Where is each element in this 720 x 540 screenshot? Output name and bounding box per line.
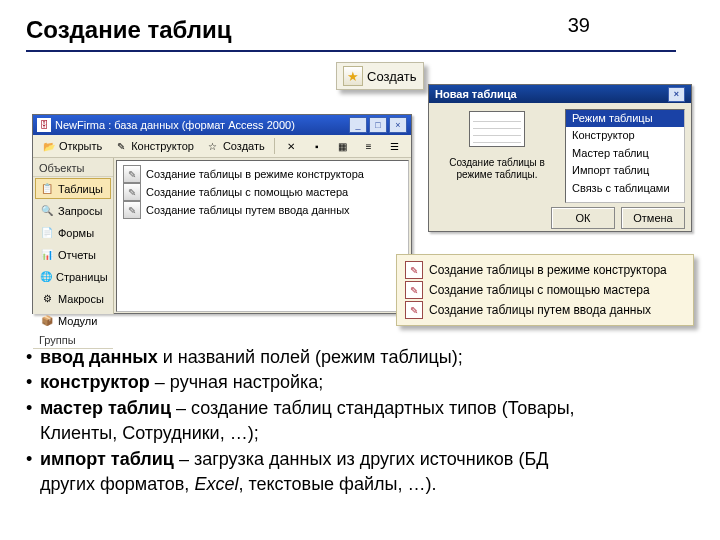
forms-icon: 📄 [40,226,54,240]
highlight-item[interactable]: ✎ Создание таблицы с помощью мастера [405,280,685,300]
list-icon: ≡ [362,139,376,153]
dialog-title-text: Новая таблица [435,88,517,100]
bullet-continuation: Клиенты, Сотрудники, …); [26,422,680,445]
sidebar-item-label: Модули [58,315,97,327]
access-app-icon: 🗄 [37,118,51,132]
list-item-label: Создание таблицы путем ввода данных [146,204,350,216]
toolbar-open-button[interactable]: 📂 Открыть [37,136,107,156]
queries-icon: 🔍 [40,204,54,218]
dialog-caption: Создание таблицы в режиме таблицы. [435,157,559,181]
toolbar-view-details-button[interactable]: ☰ [383,136,407,156]
wizard-icon: ✎ [123,183,141,201]
sidebar-item-macros[interactable]: ⚙ Макросы [35,288,111,309]
list-item-label: Создание таблицы в режиме конструктора [146,168,364,180]
highlight-item[interactable]: ✎ Создание таблицы путем ввода данных [405,300,685,320]
modules-icon: 📦 [40,314,54,328]
highlight-item-label: Создание таблицы путем ввода данных [429,303,651,317]
sidebar-item-modules[interactable]: 📦 Модули [35,310,111,331]
details-icon: ☰ [388,139,402,153]
new-star-icon: ★ [343,66,363,86]
db-sidebar: Объекты 📋 Таблицы 🔍 Запросы 📄 Формы 📊 От… [33,158,114,314]
option-datasheet-mode[interactable]: Режим таблицы [566,110,684,127]
option-link[interactable]: Связь с таблицами [566,180,684,197]
db-object-list: ✎ Создание таблицы в режиме конструктора… [116,160,409,312]
highlight-panel: ✎ Создание таблицы в режиме конструктора… [396,254,694,326]
db-title-text: NewFirma : база данных (формат Access 20… [55,119,295,131]
list-item[interactable]: ✎ Создание таблицы с помощью мастера [121,183,404,201]
table-preview-icon [469,111,525,147]
bullet-item: ввод данных и названий полей (режим табл… [26,346,680,369]
dialog-titlebar: Новая таблица × [429,85,691,103]
wizard-icon: ✎ [405,261,423,279]
toolbar-create-button[interactable]: ☆ Создать [201,136,270,156]
option-import[interactable]: Импорт таблиц [566,162,684,179]
toolbar-view-small-button[interactable]: ▪ [305,136,329,156]
small-icons-icon: ▪ [310,139,324,153]
page-number: 39 [568,14,590,37]
open-icon: 📂 [42,139,56,153]
new-table-dialog: Новая таблица × Создание таблицы в режим… [428,84,692,232]
maximize-icon[interactable]: □ [369,117,387,133]
bullet-list: ввод данных и названий полей (режим табл… [26,346,680,498]
highlight-item-label: Создание таблицы с помощью мастера [429,283,650,297]
macros-icon: ⚙ [40,292,54,306]
highlight-item-label: Создание таблицы в режиме конструктора [429,263,667,277]
toolbar-open-label: Открыть [59,140,102,152]
wizard-icon: ✎ [123,165,141,183]
sidebar-item-label: Запросы [58,205,102,217]
wizard-icon: ✎ [123,201,141,219]
title-divider [26,50,676,52]
dialog-preview-pane: Создание таблицы в режиме таблицы. [429,103,565,203]
toolbar-create-label: Создать [223,140,265,152]
close-icon[interactable]: × [668,87,685,102]
pages-icon: 🌐 [40,270,52,284]
toolbar-view-list-button[interactable]: ≡ [357,136,381,156]
minimize-icon[interactable]: _ [349,117,367,133]
sidebar-item-label: Страницы [56,271,108,283]
sidebar-item-label: Отчеты [58,249,96,261]
bullet-item: конструктор – ручная настройка; [26,371,680,394]
toolbar-separator [274,138,275,154]
bullet-continuation: других форматов, Excel, текстовые файлы,… [26,473,680,496]
toolbar-delete-button[interactable]: ✕ [279,136,303,156]
sidebar-item-label: Формы [58,227,94,239]
tables-icon: 📋 [40,182,54,196]
sidebar-item-tables[interactable]: 📋 Таблицы [35,178,111,199]
close-icon[interactable]: × [389,117,407,133]
sidebar-item-reports[interactable]: 📊 Отчеты [35,244,111,265]
reports-icon: 📊 [40,248,54,262]
cancel-button[interactable]: Отмена [621,207,685,229]
list-item-label: Создание таблицы с помощью мастера [146,186,348,198]
bullet-item: мастер таблиц – создание таблиц стандарт… [26,397,680,420]
dialog-options-list: Режим таблицы Конструктор Мастер таблиц … [565,109,685,203]
new-icon: ☆ [206,139,220,153]
list-item[interactable]: ✎ Создание таблицы в режиме конструктора [121,165,404,183]
create-button[interactable]: ★ Создать [336,62,424,90]
ok-button[interactable]: ОК [551,207,615,229]
large-icons-icon: ▦ [336,139,350,153]
delete-icon: ✕ [284,139,298,153]
option-designer[interactable]: Конструктор [566,127,684,144]
toolbar-design-label: Конструктор [131,140,194,152]
wizard-icon: ✎ [405,301,423,319]
toolbar-view-large-button[interactable]: ▦ [331,136,355,156]
design-icon: ✎ [114,139,128,153]
page-title: Создание таблиц [26,16,232,44]
database-window: 🗄 NewFirma : база данных (формат Access … [32,114,412,314]
list-item[interactable]: ✎ Создание таблицы путем ввода данных [121,201,404,219]
sidebar-item-pages[interactable]: 🌐 Страницы [35,266,111,287]
highlight-item[interactable]: ✎ Создание таблицы в режиме конструктора [405,260,685,280]
wizard-icon: ✎ [405,281,423,299]
sidebar-item-label: Таблицы [58,183,103,195]
create-button-label: Создать [367,69,416,84]
option-wizard[interactable]: Мастер таблиц [566,145,684,162]
db-toolbar: 📂 Открыть ✎ Конструктор ☆ Создать ✕ ▪ ▦ … [33,135,411,158]
db-titlebar: 🗄 NewFirma : база данных (формат Access … [33,115,411,135]
sidebar-item-forms[interactable]: 📄 Формы [35,222,111,243]
bullet-item: импорт таблиц – загрузка данных из други… [26,448,680,471]
toolbar-design-button[interactable]: ✎ Конструктор [109,136,199,156]
sidebar-item-label: Макросы [58,293,104,305]
sidebar-item-queries[interactable]: 🔍 Запросы [35,200,111,221]
sidebar-heading: Объекты [33,160,113,177]
